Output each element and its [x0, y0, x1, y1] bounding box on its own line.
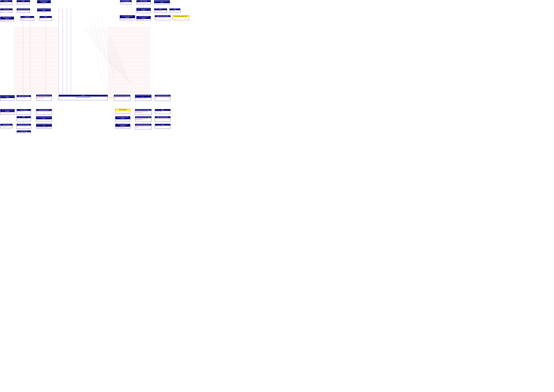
node-travelers-header: Travelers: [0, 0, 12, 2]
node-az-cities-emc-header: Arizona Cities and Towns: [17, 95, 31, 97]
svg-line-147: [91, 27, 116, 70]
svg-line-40: [101, 16, 115, 82]
node-tribal-gov-body: Tribal Tribal EOC/TSC: [37, 3, 51, 5]
node-state-nevada: State of Nevada Nevada State Road Dispat…: [136, 0, 151, 4]
node-az-cities-body: Cities and Towns TOC and Services: [17, 10, 30, 12]
node-nafta-loct-header: Public and Content Distrib...: [155, 116, 170, 118]
node-local-transit-body: Local State-wide Transit Departments: [0, 112, 14, 114]
node-state-utah-body: Utah State Police Dispatch: [0, 10, 12, 12]
node-az-cities-fire-body: Cities and Towns Police and Fire Dispatc…: [36, 111, 52, 114]
node-az-cities-fire: Arizona Cities and Towns Cities and Town…: [36, 109, 52, 114]
svg-line-142: [85, 27, 109, 63]
node-az-div-emergency-body: DEMA SEOC Arizona DEM Military Affairs: [36, 119, 52, 122]
node-az-county-mobile-body: County Mobile App: [0, 126, 12, 128]
node-adot-511-top: ADOT ADOT 511/TIS: [170, 8, 180, 13]
node-az-dps-archive: Arizona Department of Public Safety DPS …: [0, 95, 14, 101]
node-mexico-gov-header: Mexico Governmental Agencies: [136, 16, 151, 19]
node-mexico-regional: Mexico Governmental Agencies Mexico Regi…: [135, 124, 151, 129]
node-az-dept-pub-safety: Arizona Department of Public Safety DPS …: [37, 8, 51, 13]
node-adot-geoc: ADOT ADOT GEOC/Dept EM Ops Center: [17, 0, 30, 4]
node-adot-511-top-header: ADOT: [170, 9, 180, 10]
node-nafta-mtn-body: NAFTA (Blue Mountain Line) Transit Manag…: [135, 111, 151, 114]
node-az-tribal-railways-body: ATFP Tribal Coordination Initiative: [36, 127, 52, 129]
node-maricopa-dot-header: Maricopa County Department of Trans...: [154, 0, 170, 3]
node-adot-eo-dispatch-body: ADOT EOD Dispatch: [154, 10, 167, 12]
node-school-district: Independent School Districts Intergovern…: [155, 95, 170, 101]
node-state-pvt-transit-header: State and Private Transit Providers: [114, 95, 130, 97]
svg-line-152: [98, 27, 123, 76]
node-nafta-mtn-transit: Public and Private Transit Structure NAF…: [135, 109, 151, 114]
node-poe-roadway-body: POE Roadway Inspection Systems: [135, 98, 151, 101]
node-az-county-mobile-header: Arizona Counties: [0, 124, 12, 126]
node-az-counties-emc-body: County EMC-EOC: [17, 111, 31, 114]
node-nafta-loct-body: NAFTA (Blue Mountain Line) LOCT System: [155, 118, 170, 122]
node-nafta-mtn-header: Public and Private Transit Structure: [135, 109, 151, 111]
node-nafta-mtn-pvt-header: Public and Private Transit Providers: [135, 116, 151, 118]
node-aztec-arizona-header: Aztec Arizona Agencies / Wild...: [173, 15, 189, 17]
node-nv-dispatch-body: Dispatch: [136, 11, 151, 13]
node-mexico-gov-body: Mexico Public Safety: [136, 19, 151, 21]
node-az-cities: Arizona Cities and Towns Cities and Town…: [17, 8, 30, 13]
svg-line-157: [105, 27, 130, 83]
node-local-transit-header: Public and Private Transit Providers: [0, 109, 14, 112]
node-us-border-patrol: US Customs and Border Protection US Bord…: [115, 124, 130, 129]
node-maricopa-dot-body: [154, 3, 170, 4]
node-nm-pub-safety-header: New Mexico State Police Dispatch: [120, 15, 135, 18]
node-nafta-mtn-pvt-body: NAFTA (Blue Mountain Line) Transit Manag…: [135, 118, 151, 122]
svg-line-150: [95, 27, 120, 74]
node-adot-511-website: ADOT ADOT 511 Website: [155, 109, 170, 114]
node-nafta-loct: Public and Content Distrib... NAFTA (Blu…: [155, 116, 170, 122]
node-mexico-customs-body: Mexico Customs and Border Patrol: [155, 17, 170, 20]
node-state-pvt-transit: State and Private Transit Providers Tran…: [114, 95, 130, 101]
node-az-div-emergency: Arizona Division of Emergency and M... D…: [36, 116, 52, 122]
node-az-dept-pub-safety-header: Arizona Department of Public Safety: [37, 9, 51, 11]
node-tribal-pub-safety-header: Tribal Public Safety / Statewide: [0, 17, 14, 20]
svg-line-155: [102, 27, 127, 80]
node-az-counties-emc-header: Arizona Counties: [17, 109, 31, 111]
node-tribal-alerting-main: NAFTA Tribal Area Alerting Systems: [59, 95, 108, 100]
node-pvt-traveler-body: Public Private Traveler Information: [115, 119, 130, 122]
node-az-county-mobile: Arizona Counties County Mobile App: [0, 124, 13, 128]
node-state-utah-header: State of Utah: [0, 9, 12, 10]
node-mexico-gov: Mexico Governmental Agencies Mexico Publ…: [136, 16, 151, 21]
node-pvt-traveler-info: Private Information Service Providers Pu…: [115, 116, 130, 122]
node-adot-toc-body: ADOT TOC and EMC: [40, 18, 52, 21]
node-az-cities-eoc-header: Arizona Cities and Towns: [17, 124, 31, 126]
node-adot-toc: ADOT ADOT TOC and EMC: [40, 16, 52, 21]
svg-line-153: [99, 27, 124, 78]
node-adot-geoc-body: ADOT GEOC/Dept EM Ops Center: [17, 2, 30, 4]
node-az-tribal-railways: Arizona Tribal Railways Pathways for... …: [36, 124, 52, 129]
node-personal-info-header: Information: [21, 16, 34, 18]
node-state-nevada-header: State of Nevada: [136, 0, 151, 2]
node-adot-haz-body: ADOT Hazmat Response Team: [17, 118, 31, 121]
svg-line-39: [97, 16, 111, 82]
node-state-california: State of California CA Dispatch: [120, 0, 132, 4]
node-az-dps-archive-header: Arizona Department of Public Safety: [0, 95, 14, 98]
node-mexico-regional-header: Mexico Governmental Agencies: [135, 124, 151, 126]
node-adot-eo-dispatch-header: ADOT: [154, 9, 167, 10]
node-az-tribal-railways-header: Arizona Tribal Railways Pathways for...: [36, 124, 52, 127]
node-nv-dispatch-header: State of Nevada Nevada Police Dispatch: [136, 8, 151, 11]
node-az-counties-emc: Arizona Counties County EMC-EOC: [17, 109, 31, 114]
node-state-california-header: State of California: [120, 0, 132, 2]
node-az-cities-header: Arizona Cities and Towns: [17, 9, 30, 10]
node-az-dept-pub-safety-body: DPS Communications Center: [37, 11, 51, 13]
node-aztec-arizona-body: [173, 17, 189, 20]
node-tribal-alerting-header: NAFTA: [59, 95, 108, 97]
node-school-district-header: Independent School Districts: [155, 95, 170, 97]
node-adot-toc-header: ADOT: [40, 16, 52, 18]
node-az-county-sheriff-header: Arizona Counties: [17, 131, 31, 132]
node-pvt-traveler-header: Private Information Service Providers: [115, 116, 130, 119]
node-az-county-sheriff-body: County Sheriff Dispatch: [17, 132, 31, 134]
node-tribal-alerting-body: Tribal Area Alerting Systems: [59, 97, 108, 100]
node-az-cities-emc: Arizona Cities and Towns Cities and Town…: [17, 95, 31, 101]
node-maricopa-dot: Maricopa County Department of Trans...: [154, 0, 170, 4]
node-adot-511-top-body: ADOT 511/TIS: [170, 10, 180, 12]
node-us-border-patrol-header: US Customs and Border Protection: [115, 124, 130, 127]
node-state-nevada-body: Nevada State Road Dispatch: [136, 2, 151, 4]
diagram-container: Travelers Private Vehicle OBE ADOT ADOT …: [0, 0, 191, 134]
svg-line-146: [90, 27, 115, 68]
node-travelers: Travelers Private Vehicle OBE: [0, 0, 12, 4]
node-intl-notification-body: Commercial Radio Station and Wireless Ve…: [36, 96, 52, 101]
node-aztec-arizona: Aztec Arizona Agencies / Wild...: [173, 15, 189, 20]
